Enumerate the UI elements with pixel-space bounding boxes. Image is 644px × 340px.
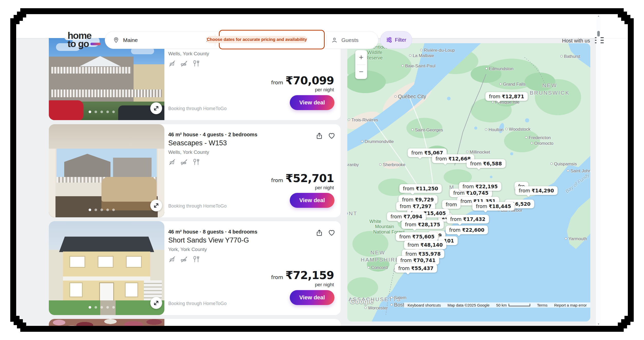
carousel-dot[interactable] [100, 209, 103, 211]
zoom-out-button[interactable]: − [355, 65, 367, 79]
view-deal-button[interactable]: View deal [290, 290, 334, 305]
per-night-label: per night [315, 282, 334, 288]
map-price-pill[interactable]: from ₹28,175 [402, 220, 444, 229]
view-deal-button[interactable]: View deal [290, 95, 334, 110]
share-button[interactable] [315, 325, 323, 333]
amenity-icons [168, 60, 200, 67]
expand-photo-button[interactable] [150, 297, 162, 309]
kitchen-icon [192, 60, 200, 67]
map-scale: 50 km [496, 303, 530, 307]
map-price-pill[interactable]: from ₹11,250 [399, 184, 442, 193]
listing-card[interactable]: 46 m² house · 4 guests · 2 bedrooms Seas… [49, 124, 341, 217]
scale-bar [509, 304, 530, 306]
carousel-dot[interactable] [106, 306, 109, 309]
share-button[interactable] [315, 132, 323, 140]
filter-button[interactable]: Filter [380, 31, 412, 49]
map-price-pill[interactable]: from ₹14,290 [515, 186, 558, 195]
map-zoom-control: + − [355, 50, 367, 79]
listing-photo[interactable] [49, 319, 164, 340]
pill-tail [458, 221, 462, 226]
map-price-pill[interactable]: from ₹75,605 [396, 232, 438, 241]
hometogo-logo[interactable]: home to go [68, 32, 101, 48]
carousel-dot[interactable] [112, 111, 115, 113]
price-value: ₹72,159 [285, 269, 334, 282]
share-icon [315, 325, 323, 333]
carousel-dot[interactable] [112, 306, 115, 309]
carousel-dot[interactable] [100, 306, 103, 309]
results-map[interactable]: LaurentidesWildlifeReserveRivière-du-Lou… [347, 43, 590, 321]
expand-photo-button[interactable] [150, 200, 162, 211]
map-price-pill[interactable]: from [442, 200, 461, 209]
host-with-us-link[interactable]: Host with us [562, 38, 590, 44]
map-price-pill[interactable]: from ₹12,871 [486, 92, 528, 101]
keyboard-shortcuts-link[interactable]: Keyboard shortcuts [408, 303, 441, 307]
carousel-dot[interactable] [95, 111, 97, 113]
terms-link[interactable]: Terms [537, 303, 547, 307]
expand-icon [153, 105, 159, 111]
heart-icon [328, 132, 335, 140]
google-logo[interactable]: Google [350, 298, 374, 306]
kitchen-icon [192, 158, 200, 166]
photo-carousel-dots[interactable] [89, 111, 115, 113]
expand-photo-button[interactable] [150, 102, 162, 114]
listing-card[interactable]: 46 m² house · 8 guests · 4 bedrooms Shor… [49, 221, 341, 315]
report-error-link[interactable]: Report a map error [554, 303, 587, 307]
view-deal-button[interactable]: View deal [290, 193, 334, 208]
zoom-in-button[interactable]: + [355, 50, 367, 65]
no-pets-icon [168, 255, 176, 263]
carousel-dot[interactable] [95, 306, 97, 309]
map-price-pill[interactable]: from ₹7,094 [387, 212, 426, 221]
favorite-button[interactable] [328, 229, 335, 237]
filter-sliders-icon [386, 37, 393, 43]
share-icon [315, 229, 323, 237]
map-price-pill[interactable]: from ₹48,140 [404, 240, 446, 249]
listing-location: Wells, York County [168, 149, 209, 155]
scale-label: 50 km [496, 303, 507, 307]
dates-warning-tooltip: Choose dates for accurate pricing and av… [207, 36, 307, 43]
location-field[interactable]: Maine [113, 31, 138, 49]
scrollbar-thumb[interactable] [597, 31, 600, 37]
guests-field[interactable]: Guests [331, 31, 359, 49]
price-row: from ₹72,159 [271, 269, 334, 282]
photo-carousel-dots[interactable] [89, 306, 115, 309]
carousel-dot[interactable] [89, 306, 91, 309]
favorite-button[interactable] [328, 132, 335, 140]
listing-title[interactable]: Seascapes - W153 [168, 139, 227, 147]
no-pets-icon [168, 60, 176, 67]
favorite-button[interactable] [328, 325, 335, 333]
map-price-pill[interactable]: from ₹17,432 [447, 215, 489, 223]
listing-photo[interactable] [49, 124, 164, 217]
map-price-pill[interactable]: from ₹6,588 [466, 159, 506, 168]
map-pills-layer: frofrom ₹10,745from ₹11,351from₹16,520fr… [347, 43, 590, 321]
pill-tail [418, 155, 422, 159]
map-price-pill[interactable]: from ₹70,741 [397, 256, 439, 265]
location-value: Maine [123, 37, 138, 43]
filter-label: Filter [395, 37, 406, 43]
carousel-dot[interactable] [100, 111, 103, 113]
carousel-dot[interactable] [89, 111, 91, 113]
scroll-up-arrow[interactable]: ▲ [596, 15, 601, 17]
map-price-pill[interactable]: from ₹22,195 [459, 182, 501, 191]
carousel-dot[interactable] [89, 209, 91, 211]
from-label: from [271, 274, 283, 280]
map-price-pill[interactable]: from ₹22,600 [446, 226, 488, 234]
pill-tail [410, 191, 415, 195]
booking-note: Booking through HomeToGo [168, 301, 227, 306]
share-button[interactable] [315, 229, 323, 237]
map-price-pill[interactable]: from ₹18,445 [472, 202, 515, 211]
listing-title[interactable]: Short Sands View Y770-G [168, 236, 249, 244]
carousel-dot[interactable] [106, 209, 109, 211]
price-row: from ₹70,099 [271, 74, 334, 87]
carousel-dot[interactable] [95, 209, 97, 211]
scroll-down-arrow[interactable]: ▼ [596, 323, 601, 325]
page-scrollbar[interactable]: ▲ ▼ [596, 14, 601, 326]
listing-photo[interactable] [49, 221, 164, 315]
logo-dash [90, 43, 101, 45]
map-price-pill[interactable]: from ₹55,437 [395, 264, 437, 273]
carousel-dot[interactable] [106, 111, 109, 113]
photo-carousel-dots[interactable] [89, 209, 115, 211]
price-value: ₹70,099 [285, 74, 334, 87]
hometogo-search-page: Sandcastle - W148 Wells, York County fro… [0, 0, 644, 340]
listing-card[interactable]: 46 m² house · 5 guests · 2 bedrooms [49, 319, 341, 340]
carousel-dot[interactable] [112, 209, 115, 211]
